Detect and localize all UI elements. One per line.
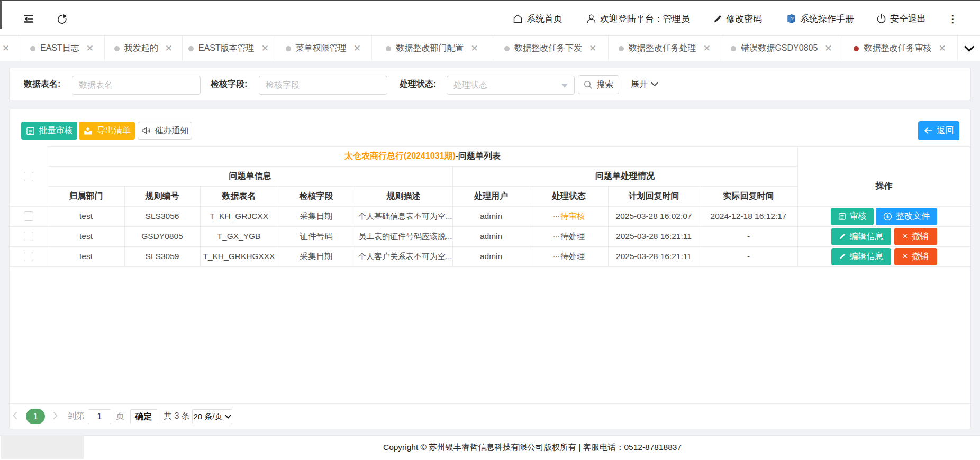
svg-text:?: ? <box>791 16 794 21</box>
